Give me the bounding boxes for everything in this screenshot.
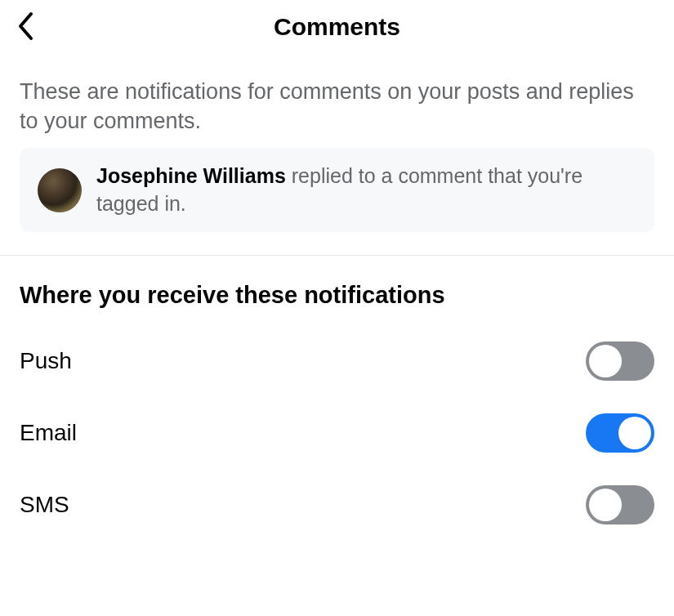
section-title: Where you receive these notifications	[0, 256, 674, 325]
chevron-left-icon	[16, 11, 36, 41]
toggle-label-push: Push	[20, 348, 72, 374]
page-title: Comments	[16, 13, 658, 41]
avatar	[38, 168, 82, 212]
example-notification-card: Josephine Williams replied to a comment …	[20, 148, 654, 233]
toggle-label-sms: SMS	[20, 492, 69, 518]
toggle-row-sms: SMS	[0, 469, 674, 541]
header: Comments	[0, 0, 674, 57]
toggle-switch-email[interactable]	[586, 413, 654, 453]
toggle-knob	[589, 345, 622, 377]
toggle-knob	[618, 417, 651, 449]
toggle-row-email: Email	[0, 397, 674, 469]
description-text: These are notifications for comments on …	[0, 57, 674, 148]
toggle-label-email: Email	[20, 420, 77, 446]
toggle-row-push: Push	[0, 325, 674, 397]
example-user-name: Josephine Williams	[96, 164, 286, 187]
toggle-switch-sms[interactable]	[586, 485, 654, 524]
toggle-switch-push[interactable]	[586, 341, 654, 381]
example-notification-text: Josephine Williams replied to a comment …	[96, 163, 636, 218]
back-button[interactable]	[16, 11, 36, 41]
toggle-knob	[589, 489, 622, 521]
